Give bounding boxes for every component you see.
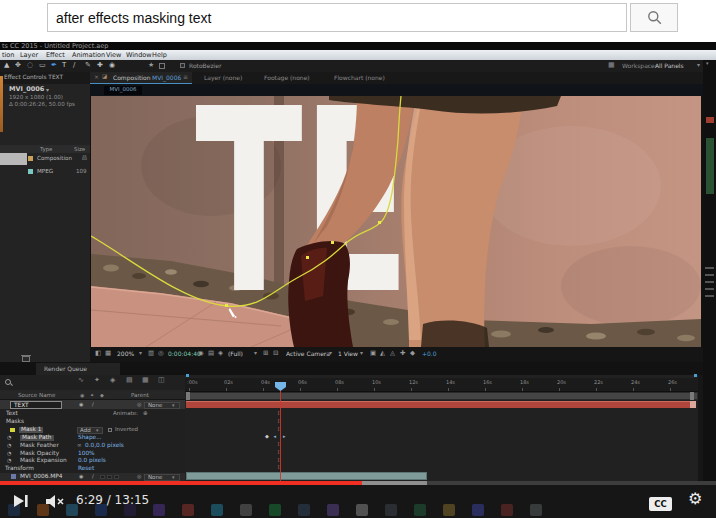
ruler-tick: 08s: [335, 380, 344, 385]
trash-icon-lid: [21, 355, 31, 356]
maskopacity-stopwatch-icon: ◔: [7, 451, 11, 456]
ae-window-title: ts CC 2015 - Untitled Project.aep: [2, 43, 108, 50]
taskbar-ghost-icon: [211, 504, 223, 516]
project-item-composition: Composition: [37, 156, 72, 162]
exposure-icon: ◆: [410, 350, 415, 357]
view-layout-value: 1 View: [338, 351, 358, 357]
resolution-value: (Full): [228, 351, 243, 357]
fast-previews-icon: ◭: [380, 350, 385, 357]
mpeg-type-swatch: [28, 169, 33, 174]
ruler-tick: 02s: [224, 380, 233, 385]
mask1-label: Mask 1: [19, 427, 43, 433]
layer1-name: TEXT: [14, 403, 29, 409]
viewer-minitab: MVI_0006: [104, 86, 142, 95]
project-thumbnail-sliver: [0, 76, 3, 132]
effect-controls-tab: Effect Controls TEXT: [4, 75, 63, 81]
composition-viewport: TE: [91, 96, 701, 347]
always-preview-icon: ◧: [95, 350, 101, 357]
maskexpansion-value: 0.0 pixels: [78, 458, 106, 464]
taskbar-ghost-icon: [356, 504, 368, 516]
layer2-eye-icon: ◉: [79, 474, 83, 479]
search-button[interactable]: [630, 3, 678, 32]
ruler-tick: 14s: [446, 380, 455, 385]
taskbar-ghost-icon: [153, 504, 165, 516]
ruler-tick: 24s: [631, 380, 640, 385]
right-panel-text-dash: [705, 274, 714, 276]
taskbar-ghost-icon: [414, 504, 426, 516]
timeline-button-icon: ◬: [390, 350, 395, 357]
animate-label: Animate:: [113, 411, 138, 417]
view-caret-icon: ▾: [360, 350, 363, 356]
maskfeather-stopwatch-icon: ◔: [7, 443, 11, 448]
maskpath-value: Shape...: [78, 435, 102, 441]
switches-column-icon: ✦: [90, 393, 94, 398]
time-display: 6:29 / 13:15: [76, 494, 149, 506]
graph-editor-icon: ◫: [158, 377, 165, 384]
video-player[interactable]: ts CC 2015 - Untitled Project.aep tion L…: [0, 42, 716, 482]
right-panel-text-dash: [705, 295, 714, 297]
taskbar-ghost-icon: [298, 504, 310, 516]
line-tool-icon: ∕: [73, 62, 75, 69]
rotobrush-tool-icon: ✚: [97, 62, 103, 69]
animate-plus-icon: ⊕: [143, 411, 148, 417]
text-layer-bar-endcap: [690, 401, 696, 408]
motion-blur-icon: ▦: [142, 377, 149, 384]
render-queue-tab-label: Render Queue: [44, 366, 87, 372]
selection-tool-icon: ▲: [4, 62, 9, 69]
work-area-end-handle: [690, 392, 694, 400]
layer2-parent-caret-icon: ▾: [172, 475, 175, 480]
project-col-type: Type: [40, 147, 52, 152]
workspace-label: Workspace:: [622, 63, 657, 69]
resolution-caret-icon: ▾: [254, 350, 257, 356]
rotobezier-checkbox: [180, 63, 185, 68]
maskpath-label: Mask Path: [20, 435, 54, 441]
project-col-size: Size: [74, 147, 87, 152]
channel-icon: ◈: [218, 350, 223, 357]
shape-tool-icon: ▭: [39, 62, 46, 69]
menu-item: tion: [2, 52, 14, 59]
comp-mini-flowchart-icon: ∿: [78, 377, 84, 384]
footage-layer-bar: [186, 472, 427, 480]
captions-button[interactable]: CC: [649, 497, 672, 511]
zoom-caret-icon: ▾: [139, 350, 142, 356]
taskbar-ghost-icon: [530, 504, 542, 516]
captions-label: CC: [654, 500, 666, 509]
layer2-parent-value: None: [148, 475, 162, 481]
maskfeather-label: Mask Feather: [20, 443, 59, 449]
maskopacity-value: 100%: [78, 451, 95, 457]
right-panel-text-dash: [705, 281, 714, 283]
layer2-switch-box: [100, 475, 105, 480]
workspace-grid-icon: ▦: [608, 62, 615, 69]
menu-item: Effect: [46, 52, 65, 59]
maskexpansion-label: Mask Expansion: [20, 458, 67, 464]
ruler-tick: 04s: [261, 380, 270, 385]
layer2-switch-box: [114, 475, 119, 480]
frame-blend-icon: ▤: [126, 377, 133, 384]
ruler-tick: 10s: [372, 380, 381, 385]
brush-tool-icon: ✎: [85, 62, 91, 69]
mute-button[interactable]: [46, 495, 68, 508]
maskfeather-constrain-icon: ∞: [77, 443, 82, 449]
search-input[interactable]: [47, 3, 627, 32]
effect-controls-panel: [0, 72, 90, 362]
pixel-aspect-icon: ▣: [370, 350, 376, 357]
layer1-pencil-icon: ∕: [92, 402, 94, 407]
composition-type-swatch: [28, 156, 33, 161]
switches-column-icon: ◉: [80, 393, 84, 398]
settings-gear-icon[interactable]: ⚙: [688, 491, 702, 507]
menu-item: Window: [126, 52, 152, 59]
ruler-end-marker: [694, 374, 697, 377]
exposure-value: +0.0: [422, 351, 437, 357]
tab-badge-icon: ◪: [102, 74, 107, 80]
switches-column-icon: ◆: [100, 393, 104, 398]
text-layer-bar: [186, 401, 696, 408]
puppet-tool-icon: ◉: [109, 62, 115, 69]
layer2-switch-box: [107, 475, 112, 480]
transform-reset: Reset: [78, 466, 94, 472]
layer2-pickwhip-icon: ◎: [137, 474, 141, 479]
next-button[interactable]: [12, 493, 30, 509]
right-panel-text-dash: [705, 288, 714, 290]
work-area-start-handle: [186, 392, 190, 400]
inverted-checkbox: [108, 428, 112, 432]
right-panel-sliver: [703, 60, 716, 481]
